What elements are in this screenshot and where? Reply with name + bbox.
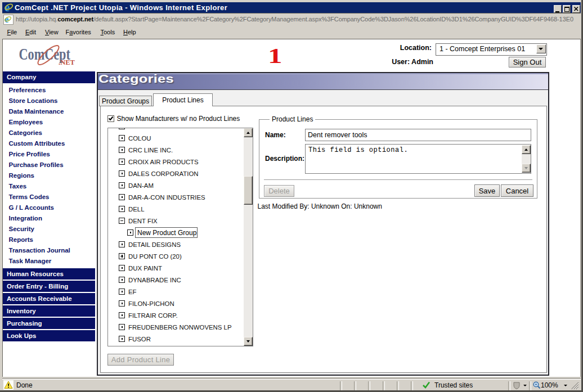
svg-text:.NET: .NET <box>59 58 75 66</box>
